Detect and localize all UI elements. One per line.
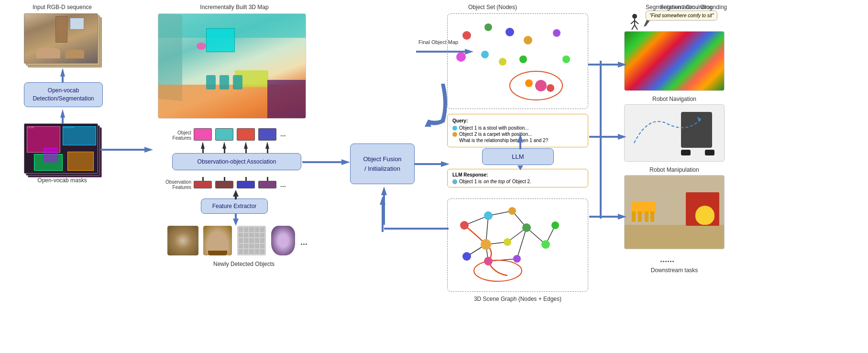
object-set-dashed-box (447, 13, 588, 109)
svg-marker-6 (201, 142, 205, 149)
label-scene-graph: 3D Scene Graph (Nodes + Edges) (447, 296, 588, 302)
svg-point-66 (522, 223, 531, 232)
svg-rect-3 (62, 118, 64, 123)
svg-rect-75 (415, 163, 441, 165)
svg-rect-78 (384, 228, 449, 230)
svg-point-65 (508, 207, 516, 215)
response-text-post: Object 2. (512, 179, 531, 184)
svg-point-63 (460, 221, 469, 230)
arrow-graph-left-connector (384, 225, 449, 232)
object-fusion-label: Object Fusion / Initialization (363, 154, 401, 173)
obj-feat-box-1 (194, 128, 212, 141)
svg-line-84 (635, 25, 637, 30)
svg-point-39 (499, 58, 506, 66)
svg-marker-26 (341, 159, 350, 165)
svg-line-82 (635, 21, 638, 24)
response-italic: on the top of (483, 179, 510, 184)
scene-graph-dashed-box (447, 199, 588, 292)
observation-features-label: Observation Features (158, 179, 191, 190)
svg-line-81 (631, 21, 635, 24)
speech-bubble: "Find somewhere comfy to sit" (646, 11, 717, 21)
svg-marker-94 (618, 62, 626, 67)
svg-point-79 (632, 14, 637, 19)
svg-marker-10 (244, 142, 248, 149)
arrows-feat-to-assoc (194, 142, 308, 154)
svg-point-36 (524, 36, 532, 44)
svg-point-33 (462, 31, 471, 40)
arrow-assoc-to-fusion (302, 158, 350, 166)
svg-marker-47 (517, 134, 523, 143)
svg-marker-90 (618, 134, 626, 140)
svg-marker-24 (233, 219, 239, 226)
svg-rect-13 (267, 148, 268, 153)
label-newly-detected: Newly Detected Objects (172, 261, 316, 267)
query-title: Query: (452, 118, 583, 123)
arrow-extractor-to-obs (232, 190, 240, 199)
svg-point-43 (562, 55, 570, 63)
diagram: Input RGB-D sequence Incrementally Built… (0, 0, 868, 353)
title-seg-grounding: Segmentation / Grounding (626, 4, 760, 11)
arrow-left-to-midleft (100, 146, 153, 155)
arrow-llm-to-response (516, 165, 524, 170)
svg-rect-48 (519, 142, 521, 149)
obs-feat-box-4 (258, 181, 276, 188)
arrow-set-to-seg (588, 61, 626, 68)
svg-rect-27 (302, 161, 342, 163)
rgb-image-front (24, 13, 98, 64)
speech-text: "Find somewhere comfy to sit" (649, 13, 714, 18)
objects-dots: ... (300, 237, 308, 247)
svg-point-41 (535, 80, 547, 91)
svg-point-70 (484, 257, 493, 265)
svg-point-45 (547, 84, 554, 92)
curved-feedback-arrow (411, 79, 450, 127)
svg-rect-25 (235, 214, 237, 219)
svg-line-83 (632, 25, 635, 30)
svg-point-69 (462, 252, 471, 261)
vertical-connector-right (597, 61, 604, 219)
robot-nav-image (624, 104, 725, 162)
title-incremental-map: Incrementally Built 3D Map (163, 4, 306, 11)
svg-marker-0 (60, 68, 65, 77)
label-open-vocab-masks: Open-vocab masks (19, 177, 105, 184)
arrow-query-to-llm (516, 134, 524, 149)
svg-marker-89 (697, 117, 701, 121)
arrow-to-nav (589, 133, 626, 141)
svg-point-40 (519, 55, 527, 63)
obj-grid-mat (237, 226, 266, 255)
title-input-sequence: Input RGB-D sequence (19, 4, 105, 11)
obj-feat-box-3 (237, 128, 255, 141)
label-robot-manipulation: Robot Manipulation (624, 166, 725, 173)
feature-extractor-box: Feature Extractor (201, 199, 268, 214)
observation-association-box: Observation-object Association (172, 153, 301, 170)
svg-point-34 (484, 23, 492, 31)
open-vocab-detection-box: Open-vocab Detection/Segmentation (24, 82, 103, 107)
svg-marker-8 (222, 142, 226, 149)
svg-point-67 (504, 238, 511, 246)
obj-stool (203, 226, 232, 255)
label-robot-navigation: Robot Navigation (624, 96, 725, 102)
svg-point-38 (481, 51, 489, 58)
obs-feat-box-1 (194, 181, 212, 188)
svg-marker-2 (60, 109, 65, 118)
nav-path-svg (625, 105, 720, 162)
svg-point-42 (553, 29, 560, 37)
obs-feat-box-2 (215, 181, 233, 188)
svg-point-35 (505, 28, 514, 36)
obj-feat-box-4 (258, 128, 276, 141)
svg-marker-49 (517, 165, 523, 170)
arrow-extractor-down (232, 214, 240, 226)
obj-vase (271, 226, 295, 255)
svg-rect-7 (202, 148, 204, 153)
svg-point-73 (551, 221, 559, 229)
obj-rug (167, 226, 198, 255)
response-title: LLM Response: (452, 172, 583, 177)
arrow-fusion-to-set (415, 160, 450, 168)
llm-label: LLM (512, 153, 524, 160)
svg-rect-77 (383, 195, 385, 225)
label-downstream: Downstream tasks (624, 267, 725, 274)
arrow-rgb-to-detector (59, 68, 66, 84)
svg-point-62 (474, 260, 522, 281)
obs-feat-box-3 (237, 181, 255, 188)
obj-feat-box-2 (215, 128, 233, 141)
svg-point-37 (456, 52, 466, 62)
